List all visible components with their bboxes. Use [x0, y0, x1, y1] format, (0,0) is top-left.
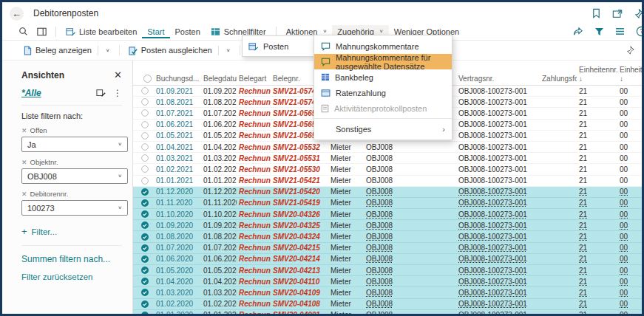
submenu-item-mahnungskommentare[interactable]: Mahnungskommentare [314, 38, 452, 54]
row-selected-check-icon[interactable] [133, 278, 154, 285]
cell[interactable]: OBJ008-100273-001 [456, 199, 540, 207]
cell[interactable]: 00 [617, 154, 642, 162]
column-header[interactable]: Vertragsnr. [456, 75, 540, 83]
cell[interactable]: OBJ008-100273-001 [456, 221, 540, 230]
remove-filter-icon[interactable]: ✕ [21, 190, 27, 198]
table-row[interactable]: 01.02.202101.02.2021RechnungSMV21-05530M… [133, 164, 642, 175]
cell[interactable]: 00 [617, 143, 642, 151]
cell[interactable]: OBJ008-100273-001 [456, 109, 540, 117]
cell[interactable]: 21 [577, 289, 617, 297]
edit-view-icon[interactable] [96, 89, 106, 97]
cell[interactable]: 00 [617, 98, 642, 106]
select-all-checkbox[interactable] [133, 75, 154, 83]
table-row[interactable]: 01.03.202101.03.2021RechnungSMV21-05531M… [133, 153, 642, 164]
cell[interactable]: 00 [617, 255, 642, 263]
cell[interactable]: 01.02.2021 [154, 165, 201, 174]
cell[interactable]: 01.03.2020 [154, 289, 201, 297]
row-selected-check-icon[interactable] [133, 233, 154, 241]
cell[interactable]: OBJ008-100273-001 [456, 210, 540, 219]
cell[interactable]: 00 [617, 267, 642, 275]
cell[interactable]: OBJ008-100273-001 [456, 87, 540, 95]
row-select-circle-icon[interactable] [133, 87, 154, 95]
cell[interactable]: 01.05.2020 [154, 267, 201, 275]
filter-value-select[interactable]: OBJ008∨ [21, 168, 128, 184]
cell[interactable]: 21 [577, 165, 617, 174]
row-selected-check-icon[interactable] [133, 244, 154, 252]
filter-value-select[interactable]: Ja∨ [21, 137, 128, 152]
row-selected-check-icon[interactable] [133, 300, 154, 308]
cell[interactable]: 01.01.2021 [154, 176, 201, 185]
column-header[interactable]: Buchungsd... [154, 75, 201, 83]
cell[interactable]: 00 [617, 311, 642, 316]
cell[interactable]: OBJ008-100273-001 [456, 188, 540, 196]
cell[interactable]: OBJ008 [364, 199, 456, 207]
pin-actionbar-icon[interactable] [626, 46, 634, 55]
cell[interactable]: 01.01.2020 [154, 311, 201, 316]
cell[interactable]: 01.07.2020 [154, 244, 201, 252]
cell[interactable]: 00 [617, 300, 642, 308]
cell[interactable]: 01.05.2021 [154, 131, 201, 140]
cell[interactable]: OBJ008 [364, 311, 456, 316]
remove-filter-icon[interactable]: ✕ [21, 159, 27, 166]
submenu-item-ratenzahlung[interactable]: Ratenzahlung [314, 85, 452, 100]
cell[interactable]: OBJ008 [364, 244, 456, 252]
column-header[interactable]: Belegart [237, 75, 271, 83]
cell[interactable]: OBJ008-100273-001 [456, 131, 540, 140]
search-icon[interactable] [14, 24, 33, 38]
table-row[interactable]: 01.04.202001.04.2020RechnungSMV20-04110M… [133, 276, 642, 287]
cell[interactable]: OBJ008 [364, 188, 456, 196]
cell[interactable]: 01.06.2020 [154, 255, 201, 263]
cell[interactable]: 21 [577, 233, 617, 241]
cell[interactable]: 01.02.2020 [154, 300, 201, 308]
cell[interactable]: 00 [617, 165, 642, 174]
focus-mode-icon[interactable] [33, 25, 51, 38]
row-select-circle-icon[interactable] [133, 154, 154, 162]
help-icon[interactable]: ? [636, 26, 644, 37]
pin-icon[interactable] [634, 9, 643, 18]
remove-filter-icon[interactable]: ✕ [21, 127, 27, 134]
row-select-circle-icon[interactable] [133, 177, 154, 185]
filter-value-select[interactable]: 100273∨ [21, 200, 128, 216]
list-view-icon[interactable] [615, 27, 625, 35]
row-select-circle-icon[interactable] [133, 121, 154, 128]
cell[interactable]: 00 [617, 278, 642, 286]
table-row[interactable]: 01.07.202001.07.2020RechnungSMV20-04215M… [133, 243, 642, 254]
close-icon[interactable]: ✕ [114, 69, 122, 80]
cell[interactable]: 01.10.2020 [154, 210, 201, 219]
row-selected-check-icon[interactable] [133, 267, 154, 274]
cell[interactable]: OBJ008 [364, 154, 456, 162]
row-select-circle-icon[interactable] [133, 109, 154, 117]
submenu-item-sonstiges[interactable]: Sonstiges› [314, 121, 452, 137]
cell[interactable]: 21 [577, 221, 617, 230]
cell[interactable]: OBJ008 [364, 255, 456, 263]
cell[interactable]: OBJ008 [364, 165, 456, 174]
cell[interactable]: 21 [577, 199, 617, 207]
cell[interactable]: OBJ008-100273-001 [456, 154, 540, 162]
cell[interactable]: 00 [617, 176, 642, 185]
column-header[interactable]: Belegdatum [201, 75, 237, 83]
cell[interactable]: 00 [617, 188, 642, 196]
back-button[interactable]: ← [10, 7, 24, 21]
row-selected-check-icon[interactable] [133, 210, 154, 218]
cell[interactable]: 00 [617, 109, 642, 117]
cell[interactable]: OBJ008 [364, 289, 456, 297]
cell[interactable]: 00 [617, 210, 642, 219]
column-header[interactable]: Zahlungsfor... [540, 75, 577, 83]
table-row[interactable]: 01.05.202001.05.2020RechnungSMV20-04213M… [133, 265, 642, 276]
cell[interactable]: OBJ008 [364, 176, 456, 185]
cell[interactable]: OBJ008-100273-001 [456, 143, 540, 151]
table-row[interactable]: 01.02.202001.02.2020RechnungSMV20-04108M… [133, 299, 642, 310]
cell[interactable]: 00 [617, 120, 642, 128]
cell[interactable]: OBJ008 [364, 233, 456, 241]
apply-entries-button[interactable]: Posten ausgleichen ∨ [125, 44, 234, 57]
table-row[interactable]: 01.08.202001.08.2020RechnungSMV20-04324M… [133, 231, 642, 242]
cell[interactable]: OBJ008 [364, 267, 456, 275]
cell[interactable]: OBJ008-100273-001 [456, 120, 540, 128]
cell[interactable]: 01.08.2020 [154, 233, 201, 241]
cell[interactable]: OBJ008 [364, 210, 456, 219]
show-document-button[interactable]: Beleg anzeigen ∨ [20, 44, 114, 57]
row-select-circle-icon[interactable] [133, 165, 154, 173]
view-all-link[interactable]: *Alle [21, 88, 41, 98]
cell[interactable]: 01.04.2021 [154, 143, 201, 151]
cell[interactable]: 01.07.2021 [154, 109, 201, 117]
